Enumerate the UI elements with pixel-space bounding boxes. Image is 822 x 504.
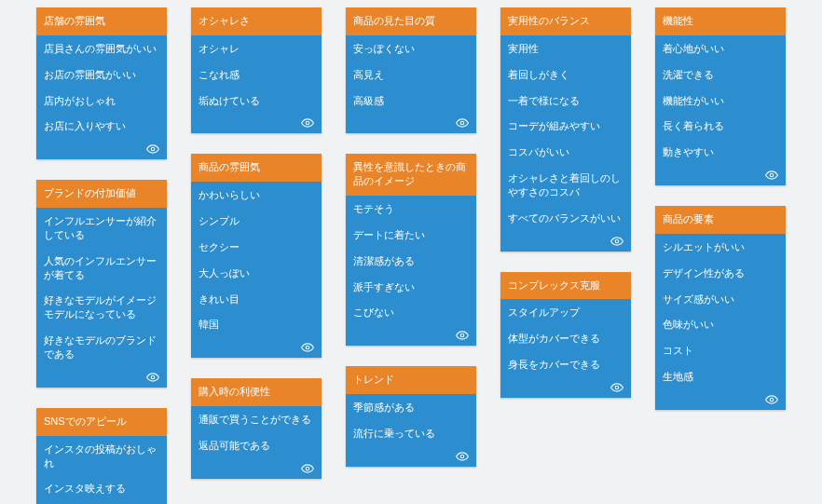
card-header[interactable]: SNSでのアピール (36, 408, 167, 436)
card-item[interactable]: サイズ感がいい (655, 286, 786, 312)
card-item[interactable]: かわいらしい (191, 182, 322, 208)
visibility-icon[interactable] (301, 116, 314, 129)
card-item[interactable]: 着心地がいい (655, 35, 786, 61)
card-body: モテそうデートに着たい清潔感がある派手すぎないこびない (346, 196, 476, 346)
card-item[interactable]: 高級感 (346, 88, 476, 114)
card-header[interactable]: 商品の見た目の質 (346, 7, 476, 35)
visibility-icon[interactable] (301, 462, 314, 475)
card-item[interactable]: 大人っぽい (191, 260, 322, 286)
card-item[interactable]: オシャレ (191, 35, 322, 61)
card-item[interactable]: お店の雰囲気がいい (36, 61, 167, 88)
card-item[interactable]: 好きなモデルがイメージモデルになっている (36, 287, 167, 327)
visibility-icon[interactable] (456, 329, 469, 342)
card-item[interactable]: 実用性 (500, 35, 631, 61)
card-header[interactable]: 実用性のバランス (500, 7, 631, 35)
card-item[interactable]: 流行に乗っている (346, 420, 476, 446)
card-item[interactable]: シルエットがいい (655, 234, 786, 260)
card-item[interactable]: お店に入りやすい (36, 113, 167, 139)
visibility-icon[interactable] (765, 393, 778, 406)
card-item[interactable]: インフルエンサーが紹介している (36, 208, 167, 248)
card-body: オシャレこなれ感垢ぬけている (191, 35, 322, 134)
card-item[interactable]: 垢ぬけている (191, 88, 322, 114)
card-item[interactable]: コーデが組みやすい (500, 113, 631, 139)
card-item[interactable]: スタイルアップ (500, 299, 631, 325)
card-header[interactable]: 商品の要素 (655, 206, 786, 234)
card-item[interactable]: 着回しがきく (500, 61, 631, 88)
card[interactable]: 異性を意識したときの商品のイメージモテそうデートに着たい清潔感がある派手すぎない… (346, 154, 476, 346)
card[interactable]: 購入時の利便性通販で買うことができる返品可能である (191, 378, 322, 479)
card-item[interactable]: モテそう (346, 196, 476, 222)
card-item[interactable]: インスタ映えする (36, 475, 167, 501)
visibility-icon[interactable] (610, 235, 623, 248)
card-item[interactable]: きれい目 (191, 286, 322, 312)
card-item[interactable]: デートに着たい (346, 222, 476, 248)
card-item[interactable]: セクシー (191, 234, 322, 260)
card-header[interactable]: オシャレさ (191, 7, 322, 35)
card-item[interactable]: 身長をカバーできる (500, 351, 631, 377)
card-item[interactable]: 機能性がいい (655, 88, 786, 114)
card-item[interactable]: 派手すぎない (346, 274, 476, 300)
card-item[interactable]: コスト (655, 337, 786, 363)
card-header[interactable]: 購入時の利便性 (191, 378, 322, 406)
card-item[interactable]: 季節感がある (346, 394, 476, 420)
card-header[interactable]: 店舗の雰囲気 (36, 7, 167, 35)
card-item[interactable]: 一着で様になる (500, 88, 631, 114)
card-header[interactable]: 商品の雰囲気 (191, 154, 322, 182)
visibility-icon[interactable] (765, 169, 778, 182)
card-header[interactable]: 異性を意識したときの商品のイメージ (346, 154, 476, 196)
card-item[interactable]: インスタの投稿がおしゃれ (36, 436, 167, 476)
card-body: かわいらしいシンプルセクシー大人っぽいきれい目韓国 (191, 182, 322, 358)
card[interactable]: ブランドの付加価値インフルエンサーが紹介している人気のインフルエンサーが着てる好… (36, 180, 167, 388)
visibility-icon[interactable] (301, 341, 314, 354)
visibility-icon[interactable] (146, 143, 159, 156)
card[interactable]: トレンド季節感がある流行に乗っている (346, 366, 476, 467)
card[interactable]: 実用性のバランス実用性着回しがきく一着で様になるコーデが組みやすいコスパがいいオ… (500, 7, 631, 252)
card-body: インフルエンサーが紹介している人気のインフルエンサーが着てる好きなモデルがイメー… (36, 208, 167, 388)
card-item[interactable]: 洗濯できる (655, 61, 786, 88)
card-item[interactable]: 店内がおしゃれ (36, 88, 167, 114)
card[interactable]: 機能性着心地がいい洗濯できる機能性がいい長く着られる動きやすい (655, 7, 786, 185)
card-item[interactable]: 動きやすい (655, 139, 786, 165)
card-item[interactable]: こびない (346, 299, 476, 325)
card-body: インスタの投稿がおしゃれインスタ映えする (36, 436, 167, 504)
visibility-icon[interactable] (456, 116, 469, 129)
card-item[interactable]: 好きなモデルのブランドである (36, 327, 167, 367)
card-item[interactable]: 生地感 (655, 363, 786, 389)
visibility-icon[interactable] (146, 371, 159, 384)
svg-point-11 (770, 173, 774, 177)
card-item[interactable]: 色味がいい (655, 311, 786, 337)
card[interactable]: 商品の見た目の質安っぽくない高見え高級感 (346, 7, 476, 133)
column: 実用性のバランス実用性着回しがきく一着で様になるコーデが組みやすいコスパがいいオ… (500, 7, 631, 398)
card-item[interactable]: すべてのバランスがいい (500, 205, 631, 231)
card-header[interactable]: トレンド (346, 366, 476, 394)
card-item[interactable]: こなれ感 (191, 61, 322, 88)
card-item[interactable]: デザイン性がある (655, 260, 786, 286)
card-item[interactable]: シンプル (191, 208, 322, 234)
card-item[interactable]: 長く着られる (655, 113, 786, 139)
card-item[interactable]: 高見え (346, 61, 476, 88)
card-item[interactable]: 店員さんの雰囲気がいい (36, 35, 167, 61)
card-item[interactable]: 返品可能である (191, 432, 322, 458)
card-item[interactable]: 韓国 (191, 311, 322, 337)
card-item[interactable]: 体型がカバーできる (500, 325, 631, 351)
visibility-icon[interactable] (456, 450, 469, 463)
card[interactable]: 商品の雰囲気かわいらしいシンプルセクシー大人っぽいきれい目韓国 (191, 154, 322, 358)
card[interactable]: コンプレックス克服スタイルアップ体型がカバーできる身長をカバーできる (500, 272, 631, 398)
visibility-icon[interactable] (610, 381, 623, 394)
card-item[interactable]: 通販で買うことができる (191, 406, 322, 432)
card[interactable]: オシャレさオシャレこなれ感垢ぬけている (191, 7, 322, 133)
card-item[interactable]: 安っぽくない (346, 35, 476, 61)
card-item[interactable]: 人気のインフルエンサーが着てる (36, 248, 167, 288)
column: 機能性着心地がいい洗濯できる機能性がいい長く着られる動きやすい商品の要素シルエッ… (655, 7, 786, 410)
card[interactable]: 店舗の雰囲気店員さんの雰囲気がいいお店の雰囲気がいい店内がおしゃれお店に入りやす… (36, 7, 167, 159)
card-item[interactable]: オシャレさと着回しのしやすさのコスパ (500, 165, 631, 205)
card[interactable]: SNSでのアピールインスタの投稿がおしゃれインスタ映えする (36, 408, 167, 504)
card-body: 着心地がいい洗濯できる機能性がいい長く着られる動きやすい (655, 35, 786, 185)
card-item[interactable]: 清潔感がある (346, 248, 476, 274)
svg-point-9 (615, 239, 619, 243)
card-header[interactable]: 機能性 (655, 7, 786, 35)
card-item[interactable]: コスパがいい (500, 139, 631, 165)
card-header[interactable]: ブランドの付加価値 (36, 180, 167, 208)
card-header[interactable]: コンプレックス克服 (500, 272, 631, 300)
card[interactable]: 商品の要素シルエットがいいデザイン性があるサイズ感がいい色味がいいコスト生地感 (655, 206, 786, 410)
